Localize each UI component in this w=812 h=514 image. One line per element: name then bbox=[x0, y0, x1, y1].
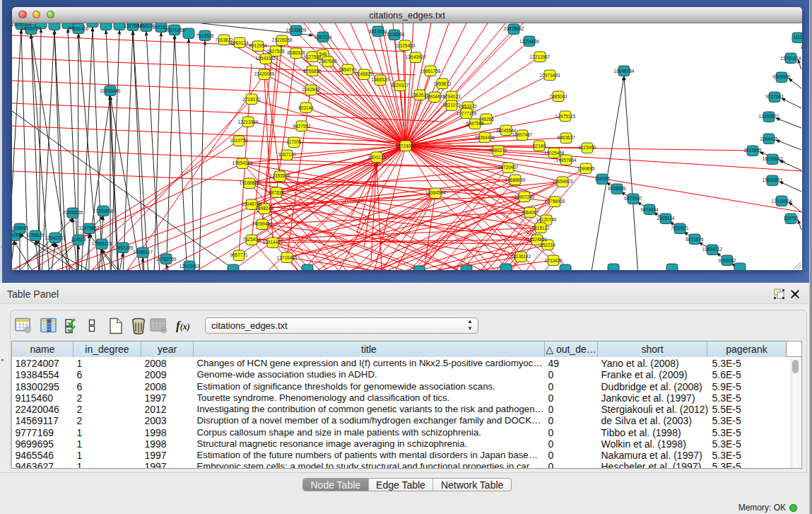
svg-text:7386372: 7386372 bbox=[489, 148, 507, 153]
svg-text:14120746: 14120746 bbox=[536, 217, 557, 222]
svg-text:803144: 803144 bbox=[298, 105, 314, 110]
svg-text:16033809: 16033809 bbox=[286, 28, 307, 33]
svg-text:10914479: 10914479 bbox=[263, 240, 283, 245]
svg-text:14099489: 14099489 bbox=[252, 221, 273, 226]
svg-text:10973493: 10973493 bbox=[540, 73, 560, 78]
svg-text:7955812: 7955812 bbox=[433, 81, 452, 86]
svg-text:17016504: 17016504 bbox=[772, 199, 792, 204]
svg-text:12975115: 12975115 bbox=[555, 114, 576, 119]
svg-text:39147: 39147 bbox=[12, 233, 20, 238]
svg-text:14055724: 14055724 bbox=[21, 26, 42, 31]
svg-text:9146821: 9146821 bbox=[355, 71, 373, 76]
svg-text:12093872: 12093872 bbox=[759, 114, 779, 119]
svg-text:116753: 116753 bbox=[783, 216, 799, 221]
svg-text:23226058: 23226058 bbox=[272, 37, 293, 42]
svg-text:164095: 164095 bbox=[594, 176, 610, 181]
svg-text:7485003: 7485003 bbox=[549, 94, 567, 99]
svg-text:2453372: 2453372 bbox=[459, 104, 477, 109]
svg-text:9227343: 9227343 bbox=[765, 94, 784, 99]
svg-text:9357224: 9357224 bbox=[314, 35, 332, 40]
svg-text:887833: 887833 bbox=[269, 190, 284, 195]
svg-text:15720407: 15720407 bbox=[498, 165, 519, 170]
svg-text:15692871: 15692871 bbox=[763, 177, 783, 182]
svg-text:7625402: 7625402 bbox=[242, 237, 261, 242]
svg-text:20053346: 20053346 bbox=[100, 88, 121, 93]
svg-text:1010753: 1010753 bbox=[230, 138, 248, 143]
svg-text:13524851: 13524851 bbox=[527, 237, 548, 242]
svg-text:2718170: 2718170 bbox=[242, 97, 261, 102]
svg-text:1244415: 1244415 bbox=[760, 136, 778, 141]
svg-text:17359938: 17359938 bbox=[93, 209, 114, 214]
svg-text:10543382: 10543382 bbox=[256, 56, 276, 61]
svg-text:1156829: 1156829 bbox=[27, 233, 45, 238]
svg-text:3267110: 3267110 bbox=[278, 152, 296, 157]
svg-text:1588520: 1588520 bbox=[371, 77, 389, 82]
svg-text:19777169: 19777169 bbox=[457, 111, 477, 116]
svg-text:16671355: 16671355 bbox=[165, 28, 185, 33]
svg-text:3498242: 3498242 bbox=[255, 206, 273, 211]
svg-text:14136141: 14136141 bbox=[511, 254, 531, 259]
svg-text:12213967: 12213967 bbox=[530, 54, 551, 59]
svg-text:16782759: 16782759 bbox=[156, 257, 177, 262]
svg-text:9115460: 9115460 bbox=[579, 145, 596, 150]
svg-text:10756928: 10756928 bbox=[545, 199, 565, 204]
svg-text:9657771: 9657771 bbox=[230, 252, 248, 257]
svg-text:10958117: 10958117 bbox=[133, 250, 153, 255]
svg-text:12213369: 12213369 bbox=[238, 119, 259, 124]
svg-text:19218506: 19218506 bbox=[384, 32, 405, 37]
svg-text:7632621: 7632621 bbox=[671, 226, 689, 230]
svg-text:9474444: 9474444 bbox=[640, 207, 659, 212]
svg-text:10688609: 10688609 bbox=[505, 177, 526, 182]
svg-text:12923463: 12923463 bbox=[180, 264, 200, 269]
svg-text:17957255: 17957255 bbox=[113, 245, 134, 250]
svg-text:9794023: 9794023 bbox=[442, 94, 461, 99]
svg-text:8912954: 8912954 bbox=[249, 43, 267, 48]
svg-text:1615112: 1615112 bbox=[532, 226, 550, 230]
svg-text:6497568: 6497568 bbox=[466, 121, 484, 126]
svg-text:1635001: 1635001 bbox=[12, 226, 29, 230]
svg-text:8220317: 8220317 bbox=[391, 83, 409, 88]
svg-text:117006: 117006 bbox=[286, 139, 302, 144]
svg-text:10654112: 10654112 bbox=[702, 247, 723, 252]
svg-text:20364436: 20364436 bbox=[475, 135, 495, 140]
svg-text:20206526: 20206526 bbox=[63, 210, 83, 215]
svg-text:11325419: 11325419 bbox=[395, 43, 416, 48]
svg-text:10807487: 10807487 bbox=[512, 132, 533, 137]
svg-text:10654923: 10654923 bbox=[553, 179, 573, 184]
svg-text:18907249: 18907249 bbox=[514, 194, 535, 199]
svg-text:14957864: 14957864 bbox=[556, 158, 577, 163]
svg-text:16210643: 16210643 bbox=[763, 156, 783, 161]
svg-text:3215955: 3215955 bbox=[743, 148, 762, 153]
svg-text:8454749: 8454749 bbox=[339, 67, 357, 72]
svg-text:2935114: 2935114 bbox=[657, 216, 675, 221]
svg-text:62160: 62160 bbox=[533, 144, 546, 148]
svg-text:9084067: 9084067 bbox=[521, 210, 539, 215]
svg-text:2242848: 2242848 bbox=[302, 87, 320, 92]
svg-text:12353594: 12353594 bbox=[270, 173, 290, 178]
svg-text:12505115: 12505115 bbox=[92, 241, 112, 246]
svg-text:20878682: 20878682 bbox=[504, 26, 524, 31]
svg-text:2300213: 2300213 bbox=[367, 155, 386, 160]
svg-text:1733426: 1733426 bbox=[544, 258, 563, 263]
svg-text:9329966: 9329966 bbox=[772, 74, 791, 79]
svg-text:8471676: 8471676 bbox=[686, 237, 704, 242]
svg-text:13716485: 13716485 bbox=[277, 255, 298, 260]
svg-text:16648784: 16648784 bbox=[614, 69, 635, 74]
svg-text:7515526: 7515526 bbox=[196, 33, 214, 38]
svg-text:546: 546 bbox=[319, 52, 327, 57]
svg-text:252214: 252214 bbox=[540, 243, 555, 247]
svg-text:16961758: 16961758 bbox=[420, 69, 441, 74]
svg-text:10025458: 10025458 bbox=[544, 151, 565, 156]
svg-text:1111: 1111 bbox=[793, 35, 802, 40]
svg-text:6879197: 6879197 bbox=[624, 196, 642, 201]
svg-text:9245052: 9245052 bbox=[718, 258, 736, 263]
svg-text:19166825: 19166825 bbox=[240, 180, 260, 185]
svg-text:19384554: 19384554 bbox=[425, 190, 446, 195]
svg-text:32975857: 32975857 bbox=[79, 226, 100, 230]
svg-text:8660124: 8660124 bbox=[230, 40, 249, 45]
svg-text:9427552: 9427552 bbox=[293, 124, 311, 129]
svg-text:13640910: 13640910 bbox=[406, 54, 426, 59]
svg-text:8186328: 8186328 bbox=[287, 50, 305, 55]
svg-text:1099695: 1099695 bbox=[577, 166, 595, 171]
svg-text:9463627: 9463627 bbox=[557, 135, 575, 140]
